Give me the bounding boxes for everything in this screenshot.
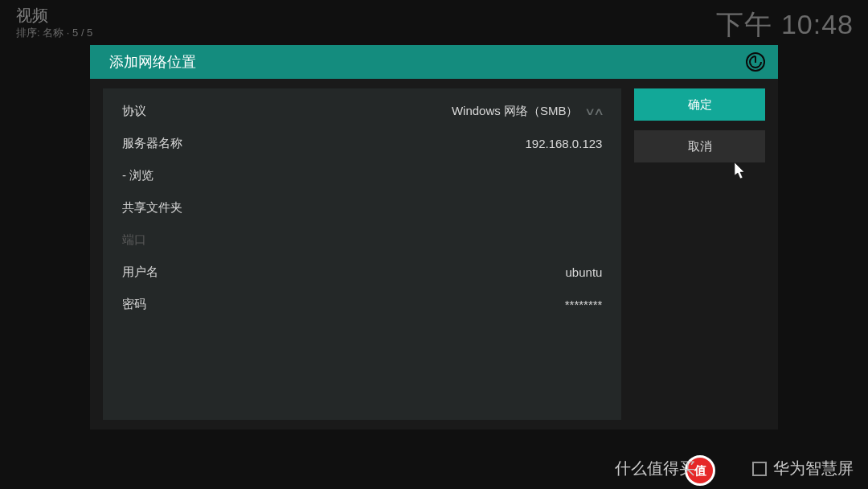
clock-display: 下午 10:48 [716,6,854,43]
protocol-row[interactable]: 协议 Windows 网络（SMB） ∨∧ [122,95,602,127]
password-value: ******** [565,298,603,311]
form-panel: 协议 Windows 网络（SMB） ∨∧ 服务器名称 192.168.0.12… [103,88,621,420]
password-row[interactable]: 密码 ******** [122,288,602,320]
dialog-title: 添加网络位置 [109,52,196,72]
sort-info: 排序: 名称 · 5 / 5 [16,26,92,40]
watermark: 华为智慧屏 [752,458,854,479]
username-value: ubuntu [566,265,603,279]
add-network-location-dialog: 添加网络位置 协议 Windows 网络（SMB） ∨∧ 服务器名称 192.1… [90,45,778,429]
spinner-icon: ∨∧ [586,105,602,117]
protocol-value: Windows 网络（SMB） ∨∧ [452,104,603,119]
protocol-label: 协议 [122,104,146,119]
browse-row[interactable]: - 浏览 [122,159,602,191]
browse-label: - 浏览 [122,168,154,183]
power-icon[interactable] [746,52,765,72]
confirm-button[interactable]: 确定 [634,88,765,121]
password-label: 密码 [122,297,146,312]
username-label: 用户名 [122,265,158,280]
watermark-slogan: 什么值得买 [615,458,695,479]
port-row: 端口 [122,224,602,256]
button-panel: 确定 取消 [634,88,765,420]
checkbox-icon [752,462,767,476]
port-label: 端口 [122,232,146,248]
background-header: 视频 排序: 名称 · 5 / 5 下午 10:48 [0,0,868,45]
share-label: 共享文件夹 [122,200,182,216]
server-label: 服务器名称 [122,136,182,151]
server-value: 192.168.0.123 [525,137,602,150]
username-row[interactable]: 用户名 ubuntu [122,256,602,288]
cancel-button[interactable]: 取消 [634,130,765,162]
server-row[interactable]: 服务器名称 192.168.0.123 [122,127,602,159]
dialog-header: 添加网络位置 [90,45,778,79]
page-title: 视频 [16,5,48,27]
dialog-body: 协议 Windows 网络（SMB） ∨∧ 服务器名称 192.168.0.12… [90,79,778,429]
watermark-brand: 华为智慧屏 [773,458,854,479]
share-row[interactable]: 共享文件夹 [122,191,602,224]
